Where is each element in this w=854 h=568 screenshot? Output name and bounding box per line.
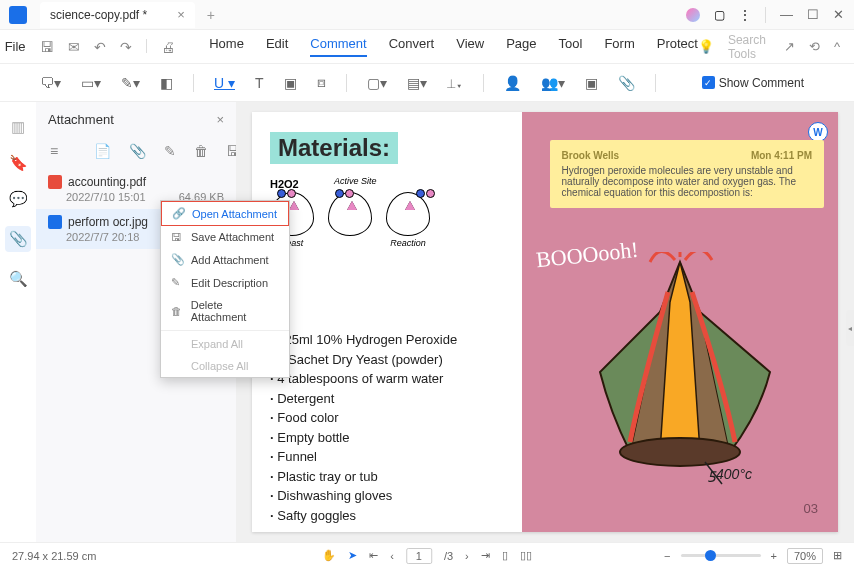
first-page-icon[interactable]: ⇤ bbox=[369, 549, 378, 562]
note-body: Hydrogen peroxide molecules are very uns… bbox=[562, 165, 812, 198]
link-attachment-icon[interactable]: 📎 bbox=[129, 143, 146, 159]
page-total: /3 bbox=[444, 550, 453, 562]
highlight-tool[interactable]: ▭▾ bbox=[81, 75, 101, 91]
search-tools-input[interactable]: Search Tools bbox=[728, 33, 770, 61]
prev-page-icon[interactable]: ‹ bbox=[390, 550, 394, 562]
share-icon[interactable]: ↗ bbox=[784, 39, 795, 54]
file-icon bbox=[48, 175, 62, 189]
ctx-add-attachment[interactable]: 📎Add Attachment bbox=[161, 248, 289, 271]
close-tab-icon[interactable]: × bbox=[177, 7, 185, 22]
left-rail: ▥ 🔖 💬 📎 🔍 bbox=[0, 102, 36, 542]
measure-tool[interactable]: ⟂▾ bbox=[447, 75, 463, 91]
ctx-edit-description[interactable]: ✎Edit Description bbox=[161, 271, 289, 294]
collapse-ribbon-icon[interactable]: ^ bbox=[834, 39, 840, 54]
users-tool[interactable]: 👥▾ bbox=[541, 75, 565, 91]
new-tab-button[interactable]: + bbox=[207, 7, 215, 23]
ctx-icon: 🗑 bbox=[171, 305, 183, 317]
lightbulb-icon[interactable]: 💡 bbox=[698, 39, 714, 54]
attachment-panel-icon[interactable]: 📎 bbox=[5, 226, 31, 252]
close-window-button[interactable]: ✕ bbox=[833, 7, 844, 22]
zoom-out-icon[interactable]: − bbox=[664, 550, 670, 562]
ctx-open-attachment[interactable]: 🔗Open Attachment bbox=[161, 201, 289, 226]
textbox-tool[interactable]: ▣ bbox=[284, 75, 297, 91]
underline-tool[interactable]: U ▾ bbox=[214, 75, 235, 91]
close-panel-icon[interactable]: × bbox=[216, 112, 224, 127]
menu-form[interactable]: Form bbox=[604, 36, 634, 57]
note-tool[interactable]: 🗨▾ bbox=[40, 75, 61, 91]
select-tool-icon[interactable]: ➤ bbox=[348, 549, 357, 562]
eraser-tool[interactable]: ◧ bbox=[160, 75, 173, 91]
list-view-icon[interactable]: ≡ bbox=[50, 143, 58, 159]
callout-tool[interactable]: ⧈ bbox=[317, 74, 326, 91]
expand-right-tab[interactable]: ◂ bbox=[846, 310, 854, 346]
thumbnails-icon[interactable]: ▥ bbox=[11, 118, 25, 136]
titlebar: science-copy.pdf * × + ▢ ⋮ — ☐ ✕ bbox=[0, 0, 854, 30]
ctx-delete-attachment[interactable]: 🗑Delete Attachment bbox=[161, 294, 289, 328]
print-icon[interactable]: 🖨 bbox=[161, 39, 175, 55]
fit-page-icon[interactable]: ⊞ bbox=[833, 549, 842, 562]
page-input[interactable]: 1 bbox=[406, 548, 432, 564]
ctx-icon: 📎 bbox=[171, 253, 183, 266]
attach-tool[interactable]: 📎 bbox=[618, 75, 635, 91]
comment-toolbar: 🗨▾ ▭▾ ✎▾ ◧ U ▾ T ▣ ⧈ ▢▾ ▤▾ ⟂▾ 👤 👥▾ ▣ 📎 ✓… bbox=[0, 64, 854, 102]
volcano-illustration bbox=[550, 252, 810, 492]
box-tool[interactable]: ▣ bbox=[585, 75, 598, 91]
bookmark-icon[interactable]: 🔖 bbox=[9, 154, 28, 172]
page-dimensions: 27.94 x 21.59 cm bbox=[12, 550, 96, 562]
two-page-icon[interactable]: ▯▯ bbox=[520, 549, 532, 562]
next-page-icon[interactable]: › bbox=[465, 550, 469, 562]
menu-home[interactable]: Home bbox=[209, 36, 244, 57]
minimize-button[interactable]: — bbox=[780, 7, 793, 22]
menu-tool[interactable]: Tool bbox=[559, 36, 583, 57]
h2o2-label: H2O2 bbox=[270, 178, 504, 190]
stamp-tool[interactable]: ▤▾ bbox=[407, 75, 427, 91]
edit-attachment-icon[interactable]: ✎ bbox=[164, 143, 176, 159]
menu-edit[interactable]: Edit bbox=[266, 36, 288, 57]
comment-note[interactable]: Brook Wells Mon 4:11 PM Hydrogen peroxid… bbox=[550, 140, 824, 208]
user-tool[interactable]: 👤 bbox=[504, 75, 521, 91]
note-author: Brook Wells bbox=[562, 150, 620, 161]
pdf-page[interactable]: Materials: H2O2 Active Site Yeast Reacti… bbox=[252, 112, 838, 532]
page-number: 03 bbox=[804, 501, 818, 516]
statusbar: 27.94 x 21.59 cm ✋ ➤ ⇤ ‹ 1 /3 › ⇥ ▯ ▯▯ −… bbox=[0, 542, 854, 568]
undo-icon[interactable]: ↶ bbox=[94, 39, 106, 55]
menu-comment[interactable]: Comment bbox=[310, 36, 366, 57]
account-icon[interactable] bbox=[686, 8, 700, 22]
ctx-save-attachment[interactable]: 🖫Save Attachment bbox=[161, 226, 289, 248]
single-page-icon[interactable]: ▯ bbox=[502, 549, 508, 562]
more-icon[interactable]: ⋮ bbox=[739, 8, 751, 22]
menu-page[interactable]: Page bbox=[506, 36, 536, 57]
zoom-in-icon[interactable]: + bbox=[771, 550, 777, 562]
svg-point-0 bbox=[620, 438, 740, 466]
text-tool[interactable]: T bbox=[255, 75, 264, 91]
temperature-label: ƽ400°c bbox=[708, 466, 752, 482]
file-menu[interactable]: File bbox=[0, 39, 30, 54]
shape-tool[interactable]: ▢▾ bbox=[367, 75, 387, 91]
window-icon[interactable]: ▢ bbox=[714, 8, 725, 22]
redo-icon[interactable]: ↷ bbox=[120, 39, 132, 55]
zoom-slider[interactable] bbox=[681, 554, 761, 557]
menu-convert[interactable]: Convert bbox=[389, 36, 435, 57]
menu-protect[interactable]: Protect bbox=[657, 36, 698, 57]
last-page-icon[interactable]: ⇥ bbox=[481, 549, 490, 562]
mail-icon[interactable]: ✉ bbox=[68, 39, 80, 55]
search-panel-icon[interactable]: 🔍 bbox=[9, 270, 28, 288]
add-attachment-icon[interactable]: 📄 bbox=[94, 143, 111, 159]
delete-attachment-icon[interactable]: 🗑 bbox=[194, 143, 208, 159]
zoom-level[interactable]: 70% bbox=[787, 548, 823, 564]
ctx-icon: ✎ bbox=[171, 276, 183, 289]
save-icon[interactable]: 🖫 bbox=[40, 39, 54, 55]
ctx-icon: 🔗 bbox=[172, 207, 184, 220]
maximize-button[interactable]: ☐ bbox=[807, 7, 819, 22]
cloud-icon[interactable]: ⟲ bbox=[809, 39, 820, 54]
menubar: File 🖫 ✉ ↶ ↷ 🖨 HomeEditCommentConvertVie… bbox=[0, 30, 854, 64]
show-comment-toggle[interactable]: ✓ Show Comment bbox=[702, 76, 814, 90]
menu-view[interactable]: View bbox=[456, 36, 484, 57]
document-stage: Materials: H2O2 Active Site Yeast Reacti… bbox=[236, 102, 854, 542]
tab-title: science-copy.pdf * bbox=[50, 8, 147, 22]
hand-tool-icon[interactable]: ✋ bbox=[322, 549, 336, 562]
pencil-tool[interactable]: ✎▾ bbox=[121, 75, 140, 91]
comment-panel-icon[interactable]: 💬 bbox=[9, 190, 28, 208]
word-badge-icon[interactable]: W bbox=[808, 122, 828, 142]
document-tab[interactable]: science-copy.pdf * × bbox=[40, 2, 195, 28]
